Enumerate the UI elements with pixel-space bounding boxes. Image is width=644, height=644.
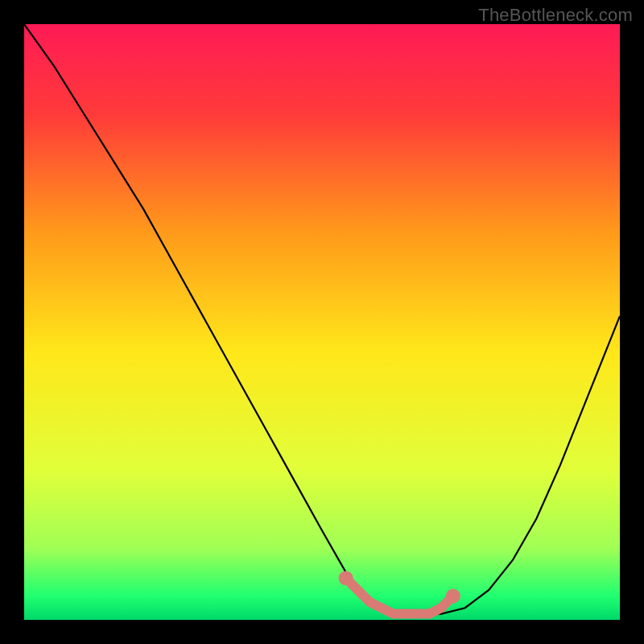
bottleneck-curve: [24, 24, 620, 614]
chart-curves: [24, 24, 620, 620]
chart-frame: [24, 24, 620, 620]
highlight-dot: [446, 588, 460, 603]
highlight-dot: [339, 571, 353, 585]
optimal-zone-highlight: [346, 578, 453, 613]
watermark-text: TheBottleneck.com: [478, 5, 633, 26]
